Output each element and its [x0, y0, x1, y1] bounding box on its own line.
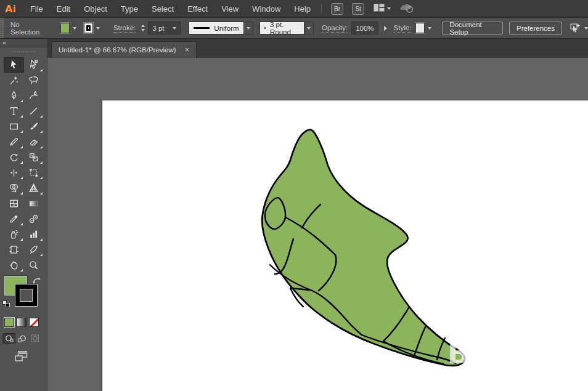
tools-panel-grip[interactable] — [0, 47, 47, 56]
lasso-tool[interactable] — [24, 73, 44, 88]
pasteboard[interactable]: B — [47, 58, 588, 391]
type-tool[interactable] — [4, 103, 24, 119]
shape-builder-tool[interactable] — [4, 180, 24, 196]
column-graph-icon — [28, 229, 39, 240]
mesh-icon — [9, 198, 19, 209]
tools-panel: « — [0, 39, 47, 391]
eyedropper-tool[interactable] — [4, 211, 24, 227]
pen-icon — [9, 91, 19, 101]
menu-view[interactable]: View — [214, 4, 245, 14]
pen-tool[interactable] — [4, 88, 24, 103]
stroke-weight-field[interactable]: 3 pt — [148, 22, 180, 34]
menu-file[interactable]: File — [23, 4, 50, 14]
paintbrush-icon — [28, 121, 39, 132]
curvature-tool[interactable] — [24, 88, 44, 103]
selection-tool[interactable] — [4, 57, 24, 73]
tab-close-icon[interactable]: × — [185, 47, 190, 53]
workspace-chevron-icon[interactable] — [387, 7, 391, 10]
menu-type[interactable]: Type — [114, 4, 145, 14]
hand-tool[interactable] — [4, 257, 24, 273]
select-similar-chevron-icon[interactable] — [584, 27, 588, 30]
magic-wand-tool[interactable] — [4, 73, 24, 88]
style-swatch[interactable] — [415, 23, 425, 33]
menu-help[interactable]: Help — [287, 4, 317, 14]
control-bar-grip[interactable] — [0, 18, 4, 38]
width-tool[interactable] — [4, 165, 24, 180]
type-icon — [9, 106, 19, 116]
rotate-tool[interactable] — [4, 150, 24, 165]
style-panel-link[interactable]: Style: — [394, 24, 412, 33]
pencil-tool[interactable] — [4, 134, 24, 150]
panel-collapse-button[interactable]: « — [0, 39, 47, 47]
line-segment-tool[interactable] — [24, 103, 44, 119]
symbol-sprayer-tool[interactable] — [4, 227, 24, 242]
default-fill-stroke-icon[interactable] — [2, 300, 10, 307]
stroke-panel-link[interactable]: Stroke: — [113, 24, 136, 33]
slice-icon — [28, 244, 39, 255]
cs-live-icon[interactable] — [399, 2, 415, 15]
artboard-tool[interactable] — [4, 242, 24, 257]
rectangle-tool[interactable] — [4, 119, 24, 134]
adobe-stock-button[interactable]: St — [352, 3, 364, 15]
opacity-field[interactable]: 100% — [351, 22, 378, 34]
menu-effect[interactable]: Effect — [181, 4, 214, 14]
go-to-bridge-button[interactable]: Br — [331, 3, 343, 15]
width-profile-chevron-icon[interactable] — [244, 22, 253, 34]
menu-select[interactable]: Select — [145, 4, 181, 14]
brush-definition-chevron-icon[interactable] — [304, 22, 314, 34]
symbol-sprayer-icon — [9, 229, 19, 240]
draw-behind-button[interactable] — [15, 333, 28, 344]
opacity-expand-arrow-icon[interactable] — [384, 26, 387, 31]
column-graph-tool[interactable] — [24, 227, 44, 242]
selection-icon — [9, 60, 19, 70]
menu-window[interactable]: Window — [245, 4, 287, 14]
stroke-chevron-icon[interactable] — [96, 27, 100, 30]
blend-icon — [28, 214, 39, 224]
line-segment-icon — [28, 106, 39, 116]
draw-normal-button[interactable] — [2, 333, 15, 344]
fill-chevron-icon[interactable] — [73, 27, 76, 30]
preferences-button[interactable]: Preferences — [509, 22, 562, 35]
pencil-icon — [9, 137, 19, 147]
magic-wand-icon — [9, 75, 19, 86]
eraser-tool[interactable] — [24, 134, 44, 150]
perspective-grid-tool[interactable] — [24, 180, 44, 196]
menu-edit[interactable]: Edit — [50, 4, 77, 14]
artboard-icon — [9, 244, 19, 255]
width-profile-dropdown[interactable]: Uniform — [189, 22, 244, 34]
slice-tool[interactable] — [24, 242, 44, 257]
eyedropper-icon — [9, 214, 19, 224]
workspace-switcher-icon[interactable] — [374, 4, 385, 14]
stroke-color-swatch[interactable] — [84, 23, 93, 33]
drawing-modes-row — [0, 333, 47, 344]
shape-builder-icon — [9, 183, 19, 193]
color-button[interactable] — [4, 318, 14, 327]
brush-definition-dropdown[interactable]: 3 pt. Round — [259, 22, 304, 34]
draw-inside-button[interactable] — [28, 333, 41, 344]
document-setup-button[interactable]: Document Setup — [442, 22, 503, 35]
stroke-proxy-swatch[interactable] — [15, 284, 37, 306]
mesh-tool[interactable] — [4, 196, 24, 211]
menu-object[interactable]: Object — [77, 4, 114, 14]
zoom-tool[interactable] — [24, 257, 44, 273]
fill-stroke-proxy — [0, 276, 47, 310]
gradient-tool[interactable] — [24, 196, 44, 211]
style-chevron-icon[interactable] — [428, 27, 431, 30]
opacity-panel-link[interactable]: Opacity: — [322, 24, 348, 33]
fill-color-swatch[interactable] — [60, 23, 70, 33]
rectangle-icon — [9, 121, 19, 132]
blend-tool[interactable] — [24, 211, 44, 227]
hand-icon — [9, 260, 19, 270]
scale-tool[interactable] — [24, 150, 44, 165]
select-similar-options-icon[interactable] — [568, 22, 582, 34]
none-button[interactable] — [29, 318, 39, 327]
direct-selection-tool[interactable] — [24, 57, 44, 73]
artboard[interactable]: B — [102, 100, 588, 391]
paintbrush-tool[interactable] — [24, 119, 44, 134]
screen-mode-button[interactable] — [15, 351, 47, 365]
gradient-button[interactable] — [17, 318, 27, 327]
stroke-weight-stepper[interactable] — [141, 25, 145, 31]
tool-grid — [0, 56, 47, 273]
free-transform-tool[interactable] — [24, 165, 44, 180]
document-tab[interactable]: Untitled-1* @ 66.67% (RGB/Preview) × — [51, 41, 197, 58]
